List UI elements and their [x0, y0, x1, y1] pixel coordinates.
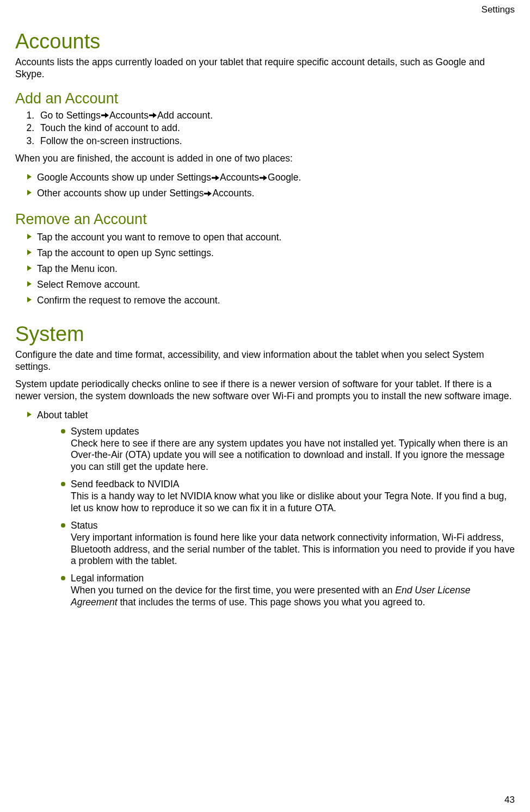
add-account-finished: When you are finished, the account is ad…	[15, 153, 515, 165]
item-title: Status	[71, 520, 515, 532]
system-heading: System	[15, 323, 515, 346]
list-item: Other accounts show up under SettingsAcc…	[27, 186, 515, 201]
list-item: Tap the Menu icon.	[27, 262, 515, 276]
step-text: Accounts	[109, 110, 149, 121]
list-item: System updates Check here to see if ther…	[61, 426, 515, 474]
add-account-step: Follow the on-screen instructions.	[37, 135, 515, 148]
list-item: Status Very important information is fou…	[61, 520, 515, 568]
list-item: Tap the account to open up Sync settings…	[27, 246, 515, 261]
list-item-about-tablet: About tablet System updates Check here t…	[27, 408, 515, 609]
add-account-steps: Go to SettingsAccountsAdd account. Touch…	[15, 109, 515, 148]
about-tablet-label: About tablet	[37, 410, 88, 420]
list-item: Legal information When you turned on the…	[61, 573, 515, 609]
page-number: 43	[504, 795, 515, 805]
remove-account-steps: Tap the account you want to remove to op…	[15, 230, 515, 308]
item-text: Google Accounts show up under Settings	[37, 172, 211, 183]
item-desc: Very important information is found here…	[71, 532, 515, 568]
add-account-step: Touch the kind of account to add.	[37, 122, 515, 135]
item-text: Accounts.	[212, 188, 254, 199]
add-account-step: Go to SettingsAccountsAdd account.	[37, 109, 515, 122]
step-text: Add account.	[157, 110, 213, 121]
list-item: Tap the account you want to remove to op…	[27, 230, 515, 245]
add-account-places: Google Accounts show up under SettingsAc…	[15, 170, 515, 201]
arrow-right-icon	[101, 112, 109, 119]
item-text: Accounts	[220, 172, 259, 183]
item-title: Send feedback to NVIDIA	[71, 479, 515, 491]
system-intro-1: Configure the date and time format, acce…	[15, 349, 515, 373]
arrow-right-icon	[260, 175, 267, 181]
system-intro-2: System update periodically checks online…	[15, 379, 515, 402]
item-desc: Check here to see if there are any syste…	[71, 438, 515, 474]
about-tablet-items: System updates Check here to see if ther…	[37, 426, 515, 609]
item-title: Legal information	[71, 573, 515, 585]
item-text: Other accounts show up under Settings	[37, 188, 204, 199]
list-item: Select Remove account.	[27, 277, 515, 292]
arrow-right-icon	[212, 175, 219, 181]
accounts-heading: Accounts	[15, 30, 515, 53]
add-account-heading: Add an Account	[15, 90, 515, 107]
list-item: Send feedback to NVIDIA This is a handy …	[61, 479, 515, 515]
arrow-right-icon	[204, 190, 212, 197]
accounts-intro: Accounts lists the apps currently loaded…	[15, 57, 515, 80]
item-text: Google.	[268, 172, 301, 183]
item-desc: This is a handy way to let NVIDIA know w…	[71, 491, 515, 515]
remove-account-heading: Remove an Account	[15, 211, 515, 228]
list-item: Google Accounts show up under SettingsAc…	[27, 170, 515, 185]
arrow-right-icon	[149, 112, 157, 119]
step-text: Go to Settings	[40, 110, 101, 121]
item-desc: When you turned on the device for the fi…	[71, 585, 515, 609]
item-title: System updates	[71, 426, 515, 438]
system-about-list: About tablet System updates Check here t…	[15, 408, 515, 609]
list-item: Confirm the request to remove the accoun…	[27, 293, 515, 308]
header-section-label: Settings	[15, 4, 515, 15]
